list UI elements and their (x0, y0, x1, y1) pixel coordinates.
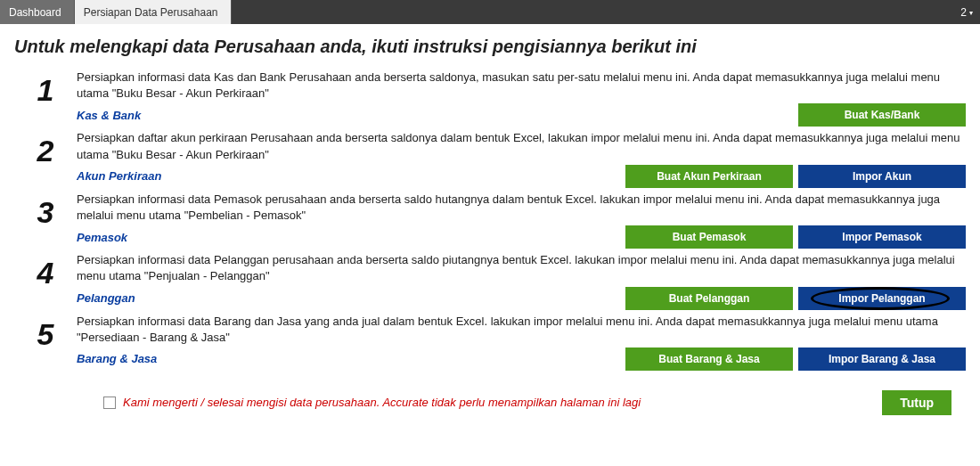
notification-count: 2 (960, 6, 967, 19)
buat-akun-perkiraan-button[interactable]: Buat Akun Perkiraan (625, 165, 793, 188)
confirm-checkbox[interactable] (103, 397, 116, 409)
buat-barang-jasa-button[interactable]: Buat Barang & Jasa (625, 347, 793, 371)
footer-row: Kami mengerti / selesai mengisi data per… (14, 374, 966, 415)
step-description: Persiapkan informasi data Kas dan Bank P… (77, 69, 966, 102)
step-number: 5 (14, 314, 77, 349)
impor-pemasok-button[interactable]: Impor Pemasok (798, 225, 966, 249)
step-description: Persiapkan informasi data Pemasok perusa… (77, 192, 966, 224)
tab-dashboard[interactable]: Dashboard (0, 0, 75, 24)
step-2: 2 Persiapkan daftar akun perkiraan Perus… (14, 130, 966, 187)
step-number: 3 (14, 192, 77, 227)
notification-badge[interactable]: 2 ▾ (953, 0, 980, 24)
impor-akun-button[interactable]: Impor Akun (798, 165, 966, 188)
link-barang-jasa[interactable]: Barang & Jasa (77, 352, 157, 365)
impor-barang-jasa-button[interactable]: Impor Barang & Jasa (798, 347, 966, 371)
step-number: 4 (14, 252, 77, 288)
step-description: Persiapkan informasi data Barang dan Jas… (77, 314, 966, 346)
link-pemasok[interactable]: Pemasok (77, 231, 127, 244)
step-number: 2 (14, 130, 77, 166)
confirm-text: Kami mengerti / selesai mengisi data per… (123, 396, 641, 409)
step-1: 1 Persiapkan informasi data Kas dan Bank… (14, 69, 966, 127)
tutup-button[interactable]: Tutup (882, 390, 951, 415)
chevron-down-icon: ▾ (969, 9, 973, 17)
buat-pemasok-button[interactable]: Buat Pemasok (625, 225, 793, 249)
step-description: Persiapkan informasi data Pelanggan peru… (77, 252, 966, 284)
impor-pelanggan-button[interactable]: Impor Pelanggan (798, 287, 966, 310)
link-kas-bank[interactable]: Kas & Bank (77, 109, 141, 122)
link-akun-perkiraan[interactable]: Akun Perkiraan (77, 169, 161, 183)
step-3: 3 Persiapkan informasi data Pemasok peru… (14, 192, 966, 249)
buat-pelanggan-button[interactable]: Buat Pelanggan (625, 287, 793, 310)
buat-kas-bank-button[interactable]: Buat Kas/Bank (798, 103, 966, 127)
step-5: 5 Persiapkan informasi data Barang dan J… (14, 314, 966, 371)
step-description: Persiapkan daftar akun perkiraan Perusah… (77, 130, 966, 162)
page-title: Untuk melengkapi data Perusahaan anda, i… (14, 37, 966, 57)
step-number: 1 (14, 69, 77, 105)
top-tab-bar: Dashboard Persiapan Data Perusahaan 2 ▾ (0, 0, 980, 24)
tab-persiapan-data[interactable]: Persiapan Data Perusahaan (75, 0, 232, 24)
link-pelanggan[interactable]: Pelanggan (77, 291, 135, 305)
step-4: 4 Persiapkan informasi data Pelanggan pe… (14, 252, 966, 309)
